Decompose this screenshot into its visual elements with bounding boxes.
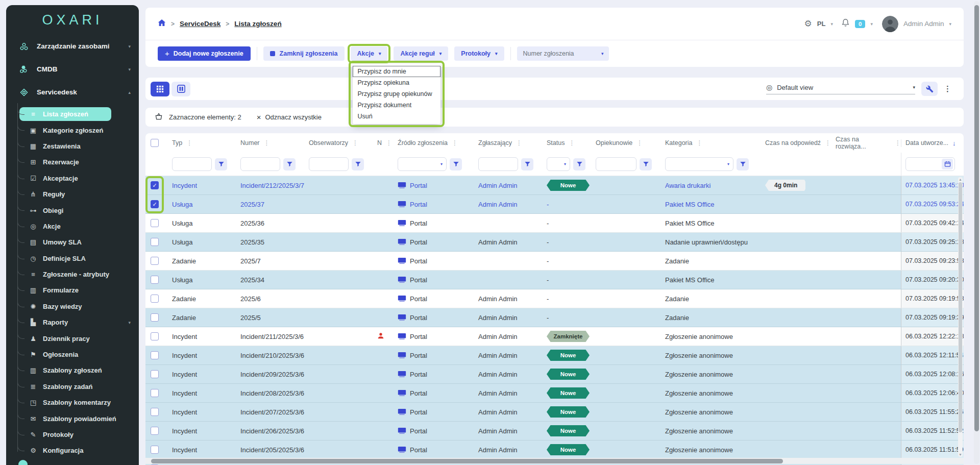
row-checkbox[interactable]: [151, 257, 159, 265]
sidebar-item-szablony-komentarzy[interactable]: ◳Szablony komentarzy: [6, 395, 139, 410]
sidebar-item-definicje-sla[interactable]: ◷Definicje SLA: [6, 251, 139, 266]
sidebar-item-rezerwacje[interactable]: ⊞Rezerwacje: [6, 154, 139, 170]
filter-funnel-button-numer[interactable]: [283, 158, 296, 170]
table-horizontal-scroll-thumb[interactable]: [151, 459, 783, 463]
table-row[interactable]: Zadanie2025/7Portal-Zadanie07.03.2025 09…: [145, 252, 964, 271]
sidebar-item-obiegi[interactable]: ⊶Obiegi: [6, 202, 139, 218]
menu-item-przypisz-dokument[interactable]: Przypisz dokument: [353, 100, 440, 111]
view-menu-kebab[interactable]: ⋮: [944, 84, 951, 93]
row-checkbox[interactable]: [151, 276, 159, 284]
sidebar-item-ogloszenia[interactable]: ⚑Ogłoszenia: [6, 347, 139, 362]
table-row[interactable]: IncydentIncident/211/2025/3/6PortalAdmin…: [145, 327, 964, 346]
column-menu-kebab[interactable]: ⋮: [386, 139, 392, 146]
column-menu-kebab[interactable]: ⋮: [825, 139, 831, 146]
column-menu-kebab[interactable]: ⋮: [452, 139, 458, 146]
sidebar-item-dziennik-pracy[interactable]: ♟Dziennik pracy: [6, 330, 139, 346]
column-menu-kebab[interactable]: ⋮: [352, 139, 358, 146]
column-menu-kebab[interactable]: ⋮: [895, 139, 901, 146]
close-tickets-button[interactable]: Zamknij zgłoszenia: [263, 46, 345, 61]
table-row[interactable]: ✓IncydentIncident/212/2025/3/7PortalAdmi…: [145, 176, 964, 195]
table-row[interactable]: IncydentIncident/207/2025/3/6PortalAdmin…: [145, 403, 964, 422]
sidebar-item-protokoly[interactable]: ✎Protokoły: [6, 427, 139, 443]
menu-item-przypisz-grupe-opiekunow[interactable]: Przypisz grupę opiekunów: [353, 88, 440, 100]
filter-funnel-button-opiekunowie[interactable]: [640, 158, 652, 170]
sidebar-item-bazy-wiedzy[interactable]: ✺Bazy wiedzy: [6, 299, 139, 314]
bell-icon[interactable]: [841, 18, 850, 29]
ticket-number-input[interactable]: Numer zgłoszenia ▾: [517, 46, 609, 61]
filter-status-select[interactable]: ▾: [547, 157, 570, 171]
filter-data-input[interactable]: [905, 157, 955, 171]
menu-item-przypisz-opiekuna[interactable]: Przypisz opiekuna: [353, 77, 440, 88]
filter-kategoria-select[interactable]: ▾: [665, 157, 733, 171]
table-row[interactable]: IncydentIncident/208/2025/3/6PortalAdmin…: [145, 384, 964, 403]
row-checkbox[interactable]: [151, 446, 159, 454]
calendar-icon[interactable]: [942, 159, 953, 169]
scroll-down-arrow[interactable]: ▼: [958, 453, 963, 456]
column-menu-kebab[interactable]: ⋮: [516, 139, 522, 146]
scroll-up-arrow[interactable]: ▲: [958, 178, 963, 181]
protocols-dropdown-button[interactable]: Protokoły ▾: [454, 46, 504, 61]
column-menu-kebab[interactable]: ⋮: [697, 139, 703, 146]
filter-funnel-button-typ[interactable]: [215, 158, 227, 170]
row-checkbox[interactable]: ✓: [151, 200, 159, 208]
column-menu-kebab[interactable]: ⋮: [569, 139, 575, 146]
notification-count-badge[interactable]: 0: [855, 20, 865, 28]
configure-view-button[interactable]: [921, 82, 938, 96]
table-row[interactable]: Zadanie2025/5PortalAdmin Admin-Zadanie07…: [145, 308, 964, 327]
select-all-checkbox[interactable]: [151, 139, 159, 147]
kanban-view-button[interactable]: [172, 82, 190, 96]
column-menu-kebab[interactable]: ⋮: [186, 139, 192, 146]
sidebar-item-konfiguracja[interactable]: ⚙Konfiguracja: [6, 443, 139, 458]
sidebar-item-raporty[interactable]: ▙Raporty▾: [6, 314, 139, 330]
table-row[interactable]: Usługa2025/34Portal-Pakiet MS Office07.0…: [145, 271, 964, 289]
row-checkbox[interactable]: ✓: [151, 181, 159, 189]
settings-gear-icon[interactable]: ⚙: [804, 18, 812, 29]
sidebar-item-zgloszenie-atrybuty[interactable]: ≡Zgłoszenie - atrybuty: [6, 266, 139, 282]
filter-obserwatorzy-input[interactable]: [309, 157, 349, 171]
sidebar-item-zarzadzanie-zasobami[interactable]: Zarządzanie zasobami▾: [6, 35, 139, 58]
breadcrumb-lista-zgloszen[interactable]: Lista zgłoszeń: [234, 20, 281, 28]
filter-funnel-button-status[interactable]: [573, 158, 585, 170]
table-row[interactable]: IncydentIncident/205/2025/3/6PortalAdmin…: [145, 440, 964, 459]
breadcrumb-servicedesk[interactable]: ServiceDesk: [180, 20, 220, 28]
row-checkbox[interactable]: [151, 313, 159, 322]
row-checkbox[interactable]: [151, 295, 159, 303]
page-scrollbar[interactable]: [974, 1, 979, 464]
filter-funnel-button-zrodlo[interactable]: [450, 158, 462, 170]
table-row[interactable]: IncydentIncident/210/2025/3/6PortalAdmin…: [145, 346, 964, 365]
filter-typ-input[interactable]: [172, 157, 212, 171]
sidebar-item-reguly[interactable]: ⋔Reguły: [6, 186, 139, 202]
filter-zglaszajacy-input[interactable]: [478, 157, 518, 171]
add-ticket-button[interactable]: + Dodaj nowe zgłoszenie: [158, 46, 251, 61]
sidebar-item-lista-zgloszen[interactable]: ≡Lista zgłoszeń: [6, 106, 139, 122]
sidebar-item-szablony-zadan[interactable]: ≣Szablony zadań: [6, 379, 139, 395]
menu-item-usun[interactable]: Usuń: [353, 111, 440, 122]
sidebar-item-akcje[interactable]: ◎Akcje: [6, 218, 139, 234]
filter-funnel-button-zglaszajacy[interactable]: [521, 158, 533, 170]
table-vertical-scrollbar[interactable]: ▲ ▼: [958, 177, 963, 457]
row-checkbox[interactable]: [151, 370, 159, 378]
page-scroll-thumb[interactable]: [974, 5, 979, 431]
row-checkbox[interactable]: [151, 427, 159, 435]
table-row[interactable]: Usługa2025/36Portal-Pakiet MS Office07.0…: [145, 214, 964, 233]
avatar[interactable]: [882, 16, 898, 32]
table-row[interactable]: ✓Usługa2025/37PortalAdmin Admin-Pakiet M…: [145, 195, 964, 214]
sidebar-item-kategorie-zgloszen[interactable]: ▣Kategorie zgłoszeń: [6, 122, 139, 138]
table-row[interactable]: Usługa2025/35PortalAdmin Admin-Nadanie u…: [145, 233, 964, 252]
filter-opiekunowie-input[interactable]: [596, 157, 636, 171]
home-icon[interactable]: [158, 19, 166, 29]
sort-desc-icon[interactable]: ↓: [952, 139, 956, 147]
filter-numer-input[interactable]: [240, 157, 280, 171]
grid-view-button[interactable]: [151, 82, 169, 96]
sidebar-item-formularze[interactable]: ▥Formularze: [6, 282, 139, 298]
column-menu-kebab[interactable]: ⋮: [636, 139, 643, 146]
sidebar-item-szablony-zgloszen[interactable]: ▥Szablony zgłoszeń: [6, 362, 139, 378]
table-vertical-scroll-thumb[interactable]: [959, 182, 962, 432]
sidebar-collapse-dot[interactable]: [18, 460, 28, 465]
user-name[interactable]: Admin Admin: [903, 20, 944, 28]
table-row[interactable]: IncydentIncident/206/2025/3/6PortalAdmin…: [145, 422, 964, 440]
row-checkbox[interactable]: [151, 408, 159, 416]
sidebar-item-szablony-powiadomien[interactable]: ✉Szablony powiadomień: [6, 410, 139, 426]
sidebar-item-umowy-sla[interactable]: ▤Umowy SLA: [6, 234, 139, 250]
menu-item-przypisz-do-mnie[interactable]: Przypisz do mnie: [353, 66, 440, 77]
